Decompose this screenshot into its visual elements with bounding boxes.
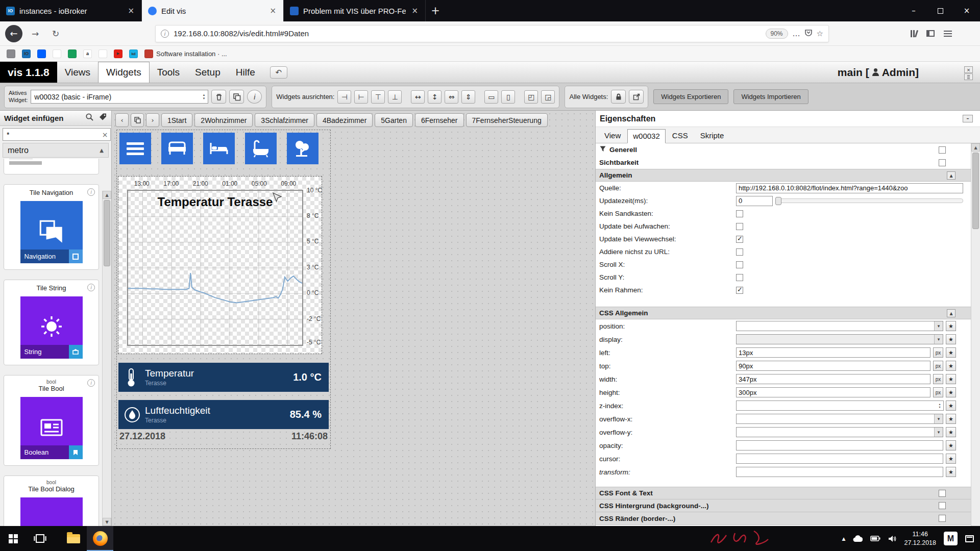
- select-spinner-icon[interactable]: ▴▾: [203, 93, 205, 101]
- quelle-input[interactable]: [736, 183, 963, 193]
- datetime-widget[interactable]: 27.12.2018 11:46:08: [119, 431, 328, 442]
- bookmark-map-pin-icon[interactable]: [53, 49, 61, 58]
- forward-button[interactable]: →: [28, 26, 43, 41]
- pocket-icon[interactable]: [805, 29, 812, 38]
- same-height-button[interactable]: ▯: [501, 90, 515, 104]
- tab-close-icon[interactable]: ×: [268, 6, 277, 15]
- filter-clear-icon[interactable]: ×: [101, 128, 109, 141]
- bookmark-grid-icon[interactable]: [68, 49, 77, 58]
- updatezeit-slider[interactable]: [775, 198, 963, 203]
- overflow-x-select[interactable]: ▾: [736, 414, 943, 424]
- view-tab-4badezimmer[interactable]: 4Badezimmer: [316, 113, 373, 127]
- bind-button[interactable]: ★: [946, 321, 956, 331]
- bookmark-iobroker-icon[interactable]: IO: [22, 49, 31, 58]
- view-tab-2wohnzimmer[interactable]: 2Wohnzimmer: [194, 113, 253, 127]
- view-tab-7fernsehersteuerung[interactable]: 7FernseherSteuerung: [466, 113, 548, 127]
- browser-tab-problem[interactable]: Problem mit VIS über PRO-Fern ×: [284, 0, 426, 21]
- bookmark-software-installation[interactable]: Software installation · ...: [144, 49, 227, 58]
- view-tab-3schlafzimmer[interactable]: 3Schlafzimmer: [255, 113, 314, 127]
- width-input[interactable]: [736, 374, 930, 384]
- tray-expand-icon[interactable]: ▲: [842, 536, 846, 541]
- palette-widget-card-tile-bool-dialog[interactable]: bool Tile Bool Dialog: [4, 475, 99, 526]
- menu-widgets[interactable]: Widgets: [98, 62, 150, 83]
- css-font-checkbox[interactable]: [939, 490, 946, 497]
- site-info-icon[interactable]: i: [161, 30, 169, 38]
- widget-info-button[interactable]: i: [247, 90, 262, 104]
- lock-widgets-button[interactable]: [611, 90, 626, 104]
- generell-checkbox[interactable]: [939, 146, 946, 154]
- livingroom-nav-tile[interactable]: [161, 133, 193, 164]
- panel-minimize-icon[interactable]: –: [963, 115, 973, 122]
- start-button[interactable]: [0, 526, 27, 551]
- display-select[interactable]: ▾: [736, 334, 943, 344]
- left-input[interactable]: [736, 347, 930, 358]
- temperature-widget[interactable]: Temperatur Terasse 1.0 °C: [118, 363, 329, 392]
- menu-nav-tile[interactable]: [119, 133, 151, 164]
- bookmark-globe-icon[interactable]: [7, 49, 15, 58]
- slider-handle[interactable]: [775, 197, 781, 205]
- updatezeit-input[interactable]: [736, 196, 773, 206]
- px-button[interactable]: px: [933, 347, 943, 358]
- px-button[interactable]: px: [933, 374, 943, 384]
- bind-button[interactable]: ★: [946, 440, 956, 450]
- widget-set-selector[interactable]: metro ▲: [3, 143, 109, 158]
- bind-button[interactable]: ★: [946, 414, 956, 424]
- tab-close-icon[interactable]: ×: [410, 6, 419, 15]
- tag-icon[interactable]: [99, 113, 107, 123]
- palette-widget-card[interactable]: [4, 159, 99, 174]
- bind-button[interactable]: ★: [946, 454, 956, 464]
- align-bottom-button[interactable]: ⊥: [388, 90, 402, 104]
- tab-close-icon[interactable]: ×: [127, 6, 135, 15]
- menu-views[interactable]: Views: [57, 62, 98, 83]
- top-input[interactable]: [736, 361, 930, 371]
- iframe-chart-widget[interactable]: 13:00 17:00 21:00 01:00 05:00 09:00 Temp…: [118, 177, 322, 354]
- view-tab-6fernseher[interactable]: 6Fernseher: [415, 113, 464, 127]
- align-center-horizontal-button[interactable]: ↔: [411, 90, 425, 104]
- scroll-up-icon[interactable]: ▲: [103, 191, 111, 199]
- view-copy-button[interactable]: [131, 113, 144, 127]
- update-viewwechsel-checkbox[interactable]: [736, 236, 743, 243]
- z-index-input[interactable]: [736, 400, 944, 411]
- addiere-url-checkbox[interactable]: [736, 248, 743, 256]
- tab-widget[interactable]: w00032: [627, 129, 666, 143]
- opacity-input[interactable]: [736, 440, 943, 450]
- new-tab-button[interactable]: +: [426, 0, 445, 21]
- scroll-thumb[interactable]: [972, 153, 979, 229]
- search-icon[interactable]: [85, 113, 94, 123]
- spinner-icon[interactable]: ▴▾: [936, 403, 943, 409]
- back-button[interactable]: ←: [5, 25, 22, 42]
- edit-canvas[interactable]: ‹ › 1Start 2Wohnzimmer 3Schlafzimmer 4Ba…: [112, 111, 595, 526]
- align-center-vertical-button[interactable]: ↕: [428, 90, 442, 104]
- tab-view[interactable]: View: [599, 129, 626, 143]
- onedrive-cloud-icon[interactable]: [853, 535, 863, 542]
- px-button[interactable]: px: [933, 361, 943, 371]
- bind-button[interactable]: ★: [946, 334, 956, 344]
- overflow-y-select[interactable]: ▾: [736, 427, 943, 437]
- scroll-x-checkbox[interactable]: [736, 261, 743, 268]
- menu-tools[interactable]: Tools: [150, 62, 187, 83]
- bind-button[interactable]: ★: [946, 347, 956, 358]
- bookmark-amazon-icon[interactable]: a: [83, 49, 92, 58]
- css-hintergrund-checkbox[interactable]: [939, 502, 946, 509]
- align-left-button[interactable]: ⊣: [337, 90, 351, 104]
- sidebar-toggle-icon[interactable]: [926, 30, 935, 37]
- scroll-y-checkbox[interactable]: [736, 274, 743, 281]
- transform-input[interactable]: [736, 467, 943, 477]
- distribute-vertical-button[interactable]: ⇕: [461, 90, 475, 104]
- widget-filter-input[interactable]: [3, 128, 111, 141]
- menu-small-icon[interactable]: [964, 73, 973, 80]
- scroll-down-icon[interactable]: ▼: [103, 518, 111, 526]
- window-maximize-button[interactable]: [927, 0, 953, 21]
- firefox-taskbar-button[interactable]: [87, 526, 113, 551]
- file-explorer-button[interactable]: [60, 526, 87, 551]
- widget-stack-selection[interactable]: 13:00 17:00 21:00 01:00 05:00 09:00 Temp…: [117, 130, 330, 448]
- scroll-thumb[interactable]: [104, 200, 110, 266]
- update-aufwachen-checkbox[interactable]: [736, 223, 743, 230]
- view-tab-5garten[interactable]: 5Garten: [375, 113, 413, 127]
- distribute-horizontal-button[interactable]: ⇔: [445, 90, 458, 104]
- bind-button[interactable]: ★: [946, 387, 956, 397]
- menu-setup[interactable]: Setup: [187, 62, 228, 83]
- kein-rahmen-checkbox[interactable]: [736, 287, 743, 294]
- battery-icon[interactable]: [870, 536, 880, 541]
- height-input[interactable]: [736, 387, 930, 397]
